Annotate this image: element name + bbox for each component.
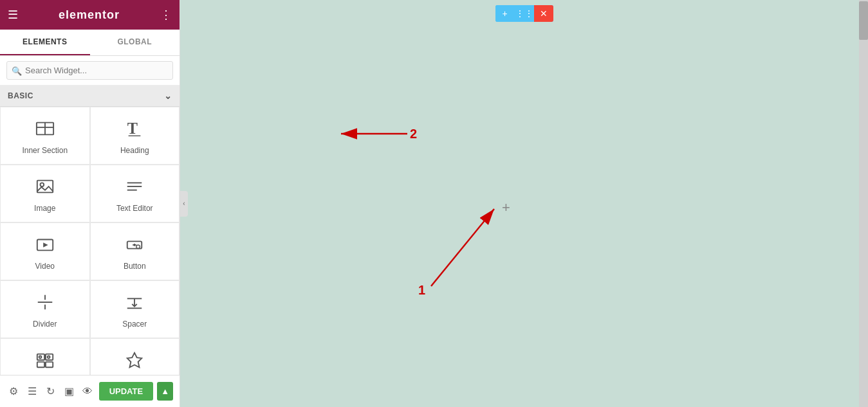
- canvas-add-button[interactable]: +: [495, 5, 515, 22]
- search-input[interactable]: [6, 61, 173, 80]
- responsive-icon[interactable]: ▣: [62, 383, 77, 401]
- svg-text:T: T: [127, 120, 138, 137]
- divider-icon: [35, 293, 55, 314]
- sidebar-collapse-handle[interactable]: ‹: [180, 191, 188, 217]
- widget-button[interactable]: Button: [90, 222, 180, 280]
- svg-marker-29: [127, 353, 142, 368]
- widget-heading-label: Heading: [120, 146, 149, 155]
- app-title: elementor: [59, 8, 120, 22]
- search-bar: 🔍: [0, 56, 180, 86]
- scrollbar-thumb[interactable]: [859, 1, 868, 40]
- hamburger-icon[interactable]: ☰: [8, 8, 18, 22]
- widget-video[interactable]: Video: [0, 222, 90, 280]
- widget-inner-section-label: Inner Section: [22, 146, 68, 155]
- scrollbar[interactable]: [859, 0, 868, 407]
- section-label: BASIC ⌄: [0, 86, 180, 107]
- history-icon[interactable]: ↻: [43, 383, 58, 401]
- widget-video-label: Video: [35, 262, 55, 271]
- search-icon: 🔍: [12, 66, 22, 75]
- canvas-move-button[interactable]: ⋮⋮: [515, 5, 534, 22]
- spacer-icon: [125, 293, 144, 314]
- svg-marker-11: [43, 242, 48, 248]
- widget-image-label: Image: [34, 204, 55, 213]
- svg-point-28: [48, 356, 50, 358]
- widget-heading[interactable]: T Heading: [90, 107, 180, 165]
- inner-section-icon: [35, 119, 55, 141]
- canvas-toolbar: + ⋮⋮ ✕: [495, 5, 553, 22]
- annotation-2-label: 2: [410, 127, 417, 141]
- sidebar-header: ☰ elementor ⋮: [0, 0, 180, 30]
- canvas-add-section[interactable]: +: [502, 199, 510, 216]
- widget-button-label: Button: [124, 262, 146, 271]
- video-icon: [35, 235, 55, 257]
- widget-icon[interactable]: Icon: [90, 338, 180, 375]
- layers-icon[interactable]: ☰: [25, 383, 40, 401]
- google-maps-icon: [35, 350, 55, 372]
- tab-global[interactable]: GLOBAL: [90, 30, 180, 55]
- widget-inner-section[interactable]: Inner Section: [0, 107, 90, 165]
- annotation-overlay: 1 2: [180, 0, 868, 407]
- button-icon: [125, 235, 144, 257]
- heading-icon: T: [125, 119, 144, 141]
- widget-text-editor[interactable]: Text Editor: [90, 165, 180, 222]
- annotation-1-label: 1: [418, 283, 425, 297]
- widget-divider-label: Divider: [33, 320, 57, 329]
- bottom-toolbar: ⚙ ☰ ↻ ▣ 👁 UPDATE ▲: [0, 375, 180, 407]
- text-editor-icon: [125, 177, 144, 199]
- tab-bar: ELEMENTS GLOBAL: [0, 30, 180, 56]
- svg-line-31: [431, 209, 494, 286]
- svg-point-27: [39, 356, 41, 358]
- canvas-close-button[interactable]: ✕: [534, 5, 553, 22]
- tab-elements[interactable]: ELEMENTS: [0, 30, 90, 55]
- svg-rect-26: [46, 362, 53, 367]
- grid-icon[interactable]: ⋮: [160, 8, 172, 22]
- icon-widget-icon: [125, 350, 144, 372]
- svg-point-6: [40, 183, 44, 186]
- svg-rect-25: [37, 362, 44, 367]
- widget-spacer[interactable]: Spacer: [90, 280, 180, 338]
- widget-google-maps[interactable]: Google Maps: [0, 338, 90, 375]
- main-canvas: + ⋮⋮ ✕ + 1 2: [180, 0, 868, 407]
- update-dropdown-button[interactable]: ▲: [157, 382, 173, 401]
- widgets-grid: Inner Section T Heading: [0, 107, 180, 375]
- widget-text-editor-label: Text Editor: [116, 204, 153, 213]
- update-button[interactable]: UPDATE: [99, 382, 153, 401]
- widget-divider[interactable]: Divider: [0, 280, 90, 338]
- widget-image[interactable]: Image: [0, 165, 90, 222]
- settings-icon[interactable]: ⚙: [6, 383, 21, 401]
- widget-spacer-label: Spacer: [122, 320, 147, 329]
- section-collapse-icon[interactable]: ⌄: [164, 91, 172, 101]
- preview-icon[interactable]: 👁: [80, 383, 95, 401]
- image-icon: [35, 177, 55, 199]
